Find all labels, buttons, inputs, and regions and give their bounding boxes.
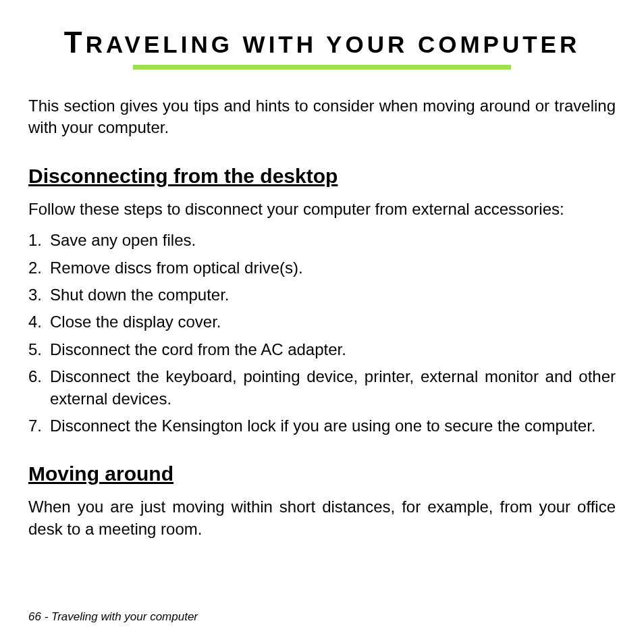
page-title: Traveling with your computer (28, 26, 616, 59)
list-item: Disconnect the Kensington lock if you ar… (28, 415, 616, 437)
list-item: Save any open files. (28, 230, 616, 251)
disconnecting-steps-list: Save any open files. Remove discs from o… (28, 230, 616, 437)
section2-intro: When you are just moving within short di… (28, 496, 616, 540)
page-footer: 66 - Traveling with your computer (28, 610, 198, 624)
title-first-letter: T (64, 26, 86, 59)
list-item: Close the display cover. (28, 311, 616, 333)
section-heading-disconnecting: Disconnecting from the desktop (28, 165, 616, 188)
title-underline (133, 65, 511, 70)
list-item: Disconnect the keyboard, pointing device… (28, 366, 616, 410)
list-item: Shut down the computer. (28, 284, 616, 306)
section1-intro: Follow these steps to disconnect your co… (28, 198, 616, 220)
list-item: Remove discs from optical drive(s). (28, 257, 616, 279)
title-rest: raveling with your computer (86, 31, 581, 57)
intro-paragraph: This section gives you tips and hints to… (28, 95, 616, 139)
section-heading-moving: Moving around (28, 462, 616, 485)
list-item: Disconnect the cord from the AC adapter. (28, 339, 616, 360)
